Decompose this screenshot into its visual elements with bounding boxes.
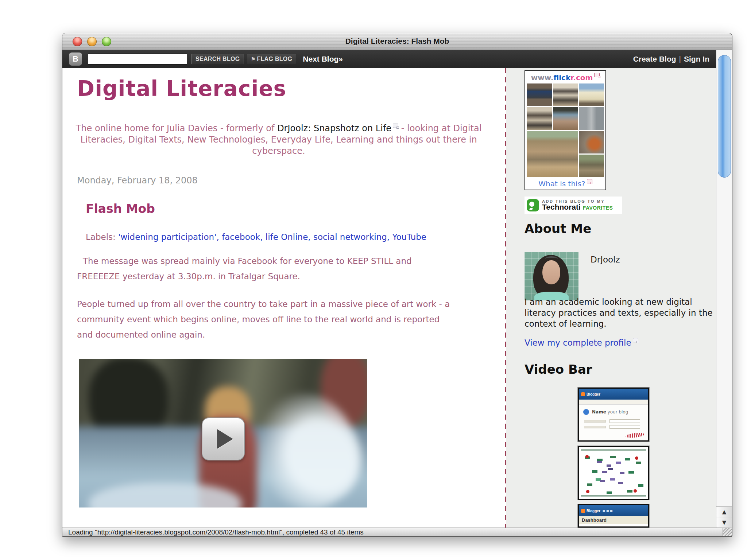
flickr-flick: flick <box>553 73 570 82</box>
technorati-favorites: FAVORITES <box>583 205 613 211</box>
window-titlebar[interactable]: Digital Literacies: Flash Mob <box>62 33 732 50</box>
blogger-mini-brand: Blogger <box>587 509 600 513</box>
what-is-this-label: What is this? <box>538 179 585 188</box>
label-link[interactable]: life Online <box>266 232 308 242</box>
blogger-logo-icon[interactable]: B <box>69 52 82 66</box>
flickr-photo[interactable] <box>579 131 604 153</box>
flickr-badge: www.flickr.com What is this <box>525 70 606 190</box>
flickr-tv-icon <box>587 179 592 183</box>
flickr-photo[interactable] <box>527 131 578 177</box>
flickr-photo[interactable] <box>553 107 578 130</box>
scrollbar-thumb[interactable] <box>718 55 731 178</box>
about-me-heading: About Me <box>525 221 591 236</box>
flickr-badge-title[interactable]: www.flickr.com <box>527 73 604 82</box>
labels-line: Labels: 'widening participation', facebo… <box>86 232 426 242</box>
post-paragraph: The message was spread mainly via Facebo… <box>77 253 456 284</box>
flag-blog-button[interactable]: ⚑FLAG BLOG <box>247 54 297 64</box>
search-blog-button[interactable]: SEARCH BLOG <box>191 54 244 64</box>
flickr-photo[interactable] <box>527 107 552 130</box>
play-button[interactable] <box>202 417 245 460</box>
profile-photo[interactable] <box>525 252 578 300</box>
desktop: Digital Literacies: Flash Mob B SEARCH B… <box>0 0 747 560</box>
labels-list: 'widening participation', facebook, life… <box>118 232 426 242</box>
profile-bio: I am an academic looking at new digital … <box>525 296 713 329</box>
technorati-logo-icon <box>527 199 539 211</box>
blogger-mini-brand: Blogger <box>587 392 600 396</box>
video-bar-thumbnail[interactable]: Blogger Name your blog <box>578 388 649 442</box>
post-paragraph: People turned up from all over the count… <box>77 296 456 342</box>
browser-window: Digital Literacies: Flash Mob B SEARCH B… <box>62 33 732 537</box>
flickr-com: .com <box>573 73 593 82</box>
navbar-account-links: Create Blog|Sign In <box>633 55 709 63</box>
blog-description: The online home for Julia Davies - forme… <box>69 123 488 157</box>
window-title: Digital Literacies: Flash Mob <box>62 37 732 46</box>
network-diagram-art <box>580 448 647 497</box>
scroll-down-button[interactable]: ▼ <box>716 517 732 527</box>
external-link-icon <box>393 124 398 128</box>
flickr-photo[interactable] <box>579 155 604 177</box>
blogger-screenshot-form: Name your blog <box>579 400 648 440</box>
profile-tv-icon <box>633 338 638 342</box>
description-text: The online home for Julia Davies - forme… <box>76 123 277 133</box>
create-blog-link[interactable]: Create Blog <box>633 55 676 63</box>
step-icon <box>583 409 589 415</box>
page-content: Digital Literacies The online home for J… <box>62 68 716 528</box>
flickr-www: www. <box>531 73 554 82</box>
view-profile-label: View my complete profile <box>525 338 631 347</box>
flickr-photo[interactable] <box>527 83 552 106</box>
label-link[interactable]: facebook <box>222 232 260 242</box>
label-separator: , <box>308 232 313 242</box>
label-separator: , <box>387 232 392 242</box>
sign-in-link[interactable]: Sign In <box>684 55 709 63</box>
scroll-up-button[interactable]: ▲ <box>716 507 732 517</box>
dashboard-row: Dashboard <box>579 516 648 524</box>
flickr-tv-icon <box>594 73 600 77</box>
blogger-screenshot-header: Blogger <box>579 389 648 400</box>
profile-name[interactable]: DrJoolz <box>591 255 620 264</box>
post-date: Monday, February 18, 2008 <box>77 175 198 186</box>
status-bar: Loading "http://digital-literacies.blogs… <box>62 528 732 537</box>
video-bar-thumbnail[interactable]: Blogger■ ■ ■ Dashboard <box>578 504 649 528</box>
play-icon <box>217 429 233 449</box>
video-bar-heading: Video Bar <box>525 362 592 377</box>
blogger-navbar: B SEARCH BLOG ⚑FLAG BLOG Next Blog» Crea… <box>62 50 716 68</box>
vertical-scrollbar[interactable]: ▲ ▼ <box>716 50 732 528</box>
flickr-photo[interactable] <box>579 107 604 130</box>
drjoolz-link[interactable]: DrJoolz: Snapshotz on Life <box>277 123 391 133</box>
name-your-blog-text: Name your blog <box>592 409 628 415</box>
flickr-what-is-this-link[interactable]: What is this? <box>527 179 604 188</box>
labels-prefix: Labels: <box>86 232 118 242</box>
blogger-mini-logo-icon <box>581 392 585 396</box>
red-scribble-art <box>626 432 645 438</box>
flickr-photo[interactable] <box>579 83 604 106</box>
label-separator: , <box>217 232 222 242</box>
label-link[interactable]: social networking <box>313 232 387 242</box>
view-profile-link[interactable]: View my complete profile <box>525 338 638 347</box>
flag-icon: ⚑ <box>251 56 256 62</box>
label-link[interactable]: 'widening participation' <box>118 232 216 242</box>
resize-grip[interactable] <box>723 528 732 537</box>
video-bar-thumbnail[interactable] <box>578 446 649 500</box>
blogger-screenshot-header: Blogger■ ■ ■ <box>579 505 648 516</box>
label-link[interactable]: YouTube <box>392 232 426 242</box>
profile-photo-art <box>542 260 560 284</box>
flickr-photo[interactable] <box>553 83 578 106</box>
technorati-brand: Technorati FAVORITES <box>542 203 613 211</box>
label-separator: , <box>260 232 266 242</box>
blogger-mini-logo-icon <box>581 509 585 513</box>
post-title[interactable]: Flash Mob <box>86 202 155 216</box>
scrollbar-arrows: ▲ ▼ <box>716 506 732 528</box>
flag-blog-label: FLAG BLOG <box>257 56 292 62</box>
embedded-video-player[interactable] <box>79 359 367 508</box>
navbar-divider: | <box>679 55 681 63</box>
search-input[interactable] <box>88 54 187 65</box>
status-text: Loading "http://digital-literacies.blogs… <box>68 528 364 536</box>
next-blog-link[interactable]: Next Blog» <box>303 55 343 63</box>
technorati-badge[interactable]: ADD THIS BLOG TO MY Technorati FAVORITES <box>525 197 622 214</box>
blog-title[interactable]: Digital Literacies <box>77 76 286 101</box>
dashed-divider <box>505 68 506 528</box>
flickr-photo-grid <box>527 83 604 177</box>
